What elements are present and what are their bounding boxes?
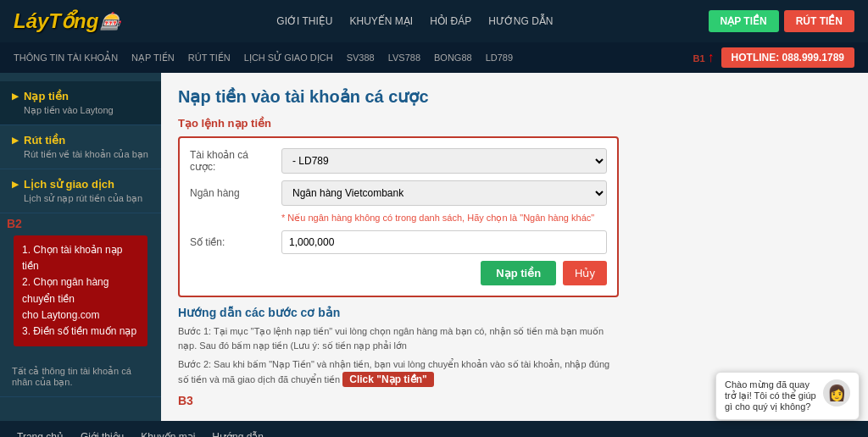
logo: LáyTổng 🎰: [14, 9, 121, 33]
b2-badge: B2: [7, 217, 22, 230]
hotline-section: B1 ↑ HOTLINE: 088.999.1789: [693, 47, 854, 68]
annotation-b2: 1. Chọn tài khoản nạp tiền 2. Chọn ngân …: [14, 235, 147, 346]
annotation-step1: 1. Chọn tài khoản nạp tiền: [22, 242, 139, 274]
footer: Trang chủ Giới thiệu Khuyến mại Hướng dẫ…: [0, 421, 868, 438]
nav-bong88[interactable]: BONG88: [434, 42, 472, 73]
page-title: Nạp tiền vào tài khoản cá cược: [178, 86, 851, 107]
main-content: Nạp tiền Nạp tiền vào Laytong Rút tiền R…: [0, 73, 868, 421]
nav-hoidap[interactable]: HỎI ĐÁP: [430, 15, 471, 27]
sidebar-item-lichsu[interactable]: Lịch sử giao dịch Lịch sử nạp rút tiền c…: [0, 169, 161, 213]
sidebar-item-naptien[interactable]: Nạp tiền Nạp tiền vào Laytong: [0, 81, 161, 125]
content-area: Nạp tiền vào tài khoản cá cược Tạo lệnh …: [161, 73, 868, 421]
bank-select[interactable]: Ngân hàng Vietcombank: [281, 180, 607, 206]
sidebar-naptien-title: Nạp tiền: [12, 90, 149, 102]
secondary-nav: THÔNG TIN TÀI KHOẢN NẠP TIỀN RÚT TIỀN LỊ…: [14, 42, 513, 73]
sidebar-ruttien-title: Rút tiền: [12, 134, 149, 147]
deposit-form: Tài khoản cá cược: - LD789 Ngân hàng Ngâ…: [178, 136, 619, 297]
amount-label: Số tiền:: [190, 236, 275, 248]
hotline-display: HOTLINE: 088.999.1789: [721, 47, 854, 68]
instructions-step2: Bước 2: Sau khi bấm "Nạp Tiền" và nhận t…: [178, 357, 619, 387]
sidebar-ruttien-desc: Rút tiền về tài khoản của bạn: [12, 149, 149, 160]
footer-huongdan[interactable]: Hướng dẫn: [212, 431, 264, 438]
nav-lichsu[interactable]: LỊCH SỬ GIAO DỊCH: [244, 42, 333, 73]
sidebar-profile-desc: Tất cả thông tin tài khoản cá nhân của b…: [12, 366, 149, 388]
nav-huongdan[interactable]: HƯỚNG DẪN: [488, 15, 553, 27]
instructions-step1: Bước 1: Tại mục "Tạo lệnh nạp tiền" vui …: [178, 324, 619, 352]
nav-ruttien[interactable]: RÚT TIỀN: [188, 42, 231, 73]
nav-khuyenmai[interactable]: KHUYẾN MẠI: [349, 15, 413, 27]
sidebar-item-ruttien[interactable]: Rút tiền Rút tiền về tài khoản của bạn: [0, 125, 161, 169]
annotation-step3: 3. Điền số tiền muốn nạp: [22, 324, 139, 340]
amount-row: Số tiền:: [190, 230, 607, 254]
naptien-button[interactable]: NẠP TIỀN: [709, 10, 779, 32]
b2-section: B2 1. Chọn tài khoản nạp tiền 2. Chọn ng…: [0, 213, 161, 355]
instructions-title: Hướng dẫn các bước cơ bản: [178, 306, 619, 319]
footer-khuyenmai[interactable]: Khuyến mại: [141, 431, 195, 438]
cancel-button[interactable]: Hủy: [563, 261, 607, 285]
annotation-step2b: cho Laytong.com: [22, 307, 139, 324]
footer-top-links: Trang chủ Giới thiệu Khuyến mại Hướng dẫ…: [17, 431, 851, 438]
account-label: Tài khoản cá cược:: [190, 149, 275, 173]
amount-input[interactable]: [281, 230, 607, 254]
footer-trangchu[interactable]: Trang chủ: [17, 431, 64, 438]
sidebar-item-profile[interactable]: Tất cả thông tin tài khoản cá nhân của b…: [0, 355, 161, 397]
sidebar: Nạp tiền Nạp tiền vào Laytong Rút tiền R…: [0, 73, 161, 421]
nav-lvs788[interactable]: LVS788: [388, 42, 420, 73]
account-select[interactable]: - LD789: [281, 148, 607, 174]
form-actions: Nạp tiền Hủy: [190, 261, 607, 285]
nav-thongtin[interactable]: THÔNG TIN TÀI KHOẢN: [14, 42, 118, 73]
header-nav: THÔNG TIN TÀI KHOẢN NẠP TIỀN RÚT TIỀN LỊ…: [0, 42, 868, 73]
sidebar-lichsu-title: Lịch sử giao dịch: [12, 178, 149, 191]
nav-ld789[interactable]: LD789: [486, 42, 513, 73]
nav-sv388[interactable]: SV388: [347, 42, 375, 73]
account-row: Tài khoản cá cược: - LD789: [190, 148, 607, 174]
nav-gioithieu[interactable]: GIỚI THIỆU: [276, 15, 332, 27]
header-buttons: NẠP TIỀN RÚT TIỀN: [709, 10, 854, 32]
bank-row: Ngân hàng Ngân hàng Vietcombank: [190, 180, 607, 206]
b3-label: B3: [178, 394, 619, 407]
bank-note: * Nếu ngân hàng không có trong danh sách…: [190, 213, 607, 224]
annotation-step2: 2. Chọn ngân hàng chuyển tiền: [22, 274, 139, 307]
submit-deposit-button[interactable]: Nạp tiền: [481, 261, 556, 285]
footer-gioithieu[interactable]: Giới thiệu: [81, 431, 124, 438]
section-label: Tạo lệnh nạp tiền: [178, 117, 851, 130]
header-top: LáyTổng 🎰 GIỚI THIỆU KHUYẾN MẠI HỎI ĐÁP …: [0, 0, 868, 42]
nav-naptien[interactable]: NẠP TIỀN: [131, 42, 175, 73]
b1-label: B1 ↑: [693, 50, 714, 65]
instructions-section: Hướng dẫn các bước cơ bản Bước 1: Tại mụ…: [178, 306, 619, 407]
click-naptien-label: Click "Nạp tiền": [342, 372, 433, 387]
ruttien-button[interactable]: RÚT TIỀN: [784, 10, 854, 32]
sidebar-lichsu-desc: Lịch sử nạp rút tiền của bạn: [12, 193, 149, 204]
bank-label: Ngân hàng: [190, 187, 275, 199]
chat-widget[interactable]: 👩 Chào mừng đã quay trở lại! Tôi có thể …: [715, 372, 860, 420]
sidebar-naptien-desc: Nạp tiền vào Laytong: [12, 105, 149, 116]
top-nav: GIỚI THIỆU KHUYẾN MẠI HỎI ĐÁP HƯỚNG DẪN: [276, 15, 553, 27]
chat-avatar: 👩: [823, 379, 850, 407]
